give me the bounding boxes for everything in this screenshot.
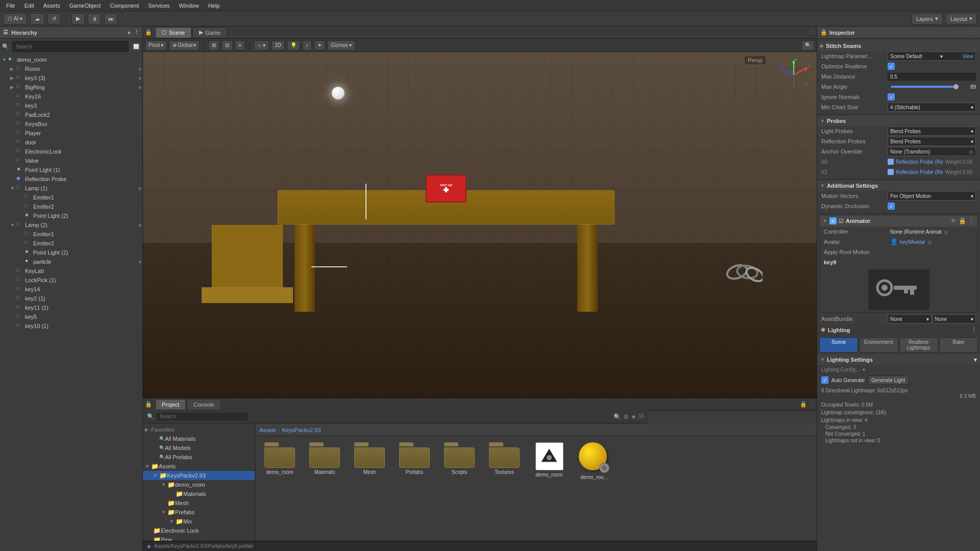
tree-materials[interactable]: 📁 Materials [143,489,255,498]
more-btn[interactable]: ⋮ [138,57,142,62]
tree-item-door[interactable]: □ door [0,138,142,147]
assets-path-part[interactable]: Assets [259,427,276,433]
lock-project-icon[interactable]: 🔒 [800,401,807,408]
tree-prefabs[interactable]: ▼ 📁 Prefabs [143,508,255,517]
step-button[interactable]: ⏭ [104,13,117,24]
asset-folder-textures[interactable]: Textures [484,440,525,482]
assetbundle-dropdown-1[interactable]: None ▾ [888,314,932,323]
dynamic-occlusion-checkbox[interactable]: ✓ [888,203,895,210]
tree-all-materials[interactable]: 🔍 All Materials [143,434,255,443]
asset-folder-prefabs[interactable]: Prefabs [394,440,435,482]
inspector-more-icon[interactable]: ⋮ [971,29,977,36]
tree-item-demo-room[interactable]: ▼ ◈ demo_room ⋮ [0,55,142,64]
ignore-normals-checkbox[interactable]: ✓ [888,93,895,101]
anchor-override-dropdown[interactable]: None (Transform) ◎ [888,147,976,156]
asset-folder-scripts[interactable]: Scripts [439,440,480,482]
tree-item-player[interactable]: □ Player [0,129,142,138]
global-button[interactable]: ⊕ Global ▾ [169,40,200,51]
more-btn[interactable]: ▶ [139,186,142,191]
more-btn[interactable]: ▶ [139,259,142,264]
tree-item-emitter2b[interactable]: □ Emitter2 [0,239,142,248]
snap-button[interactable]: ≡ [235,40,245,51]
probes-header[interactable]: ▼ Probes [817,116,980,126]
more-project-icon[interactable]: ⋮ [809,401,815,408]
menu-services[interactable]: Services [144,2,174,10]
cloud-button[interactable]: ☁ [30,13,44,24]
asset-folder-materials[interactable]: Materials [304,440,345,482]
menu-edit[interactable]: Edit [20,2,38,10]
more-btn[interactable]: ▶ [139,85,142,90]
tree-item-pointlight1[interactable]: ☀ Point Light (1) [0,165,142,174]
fx-button[interactable]: ✦ [314,40,325,51]
tree-item-bigring[interactable]: ▶ □ BigRing ▶ [0,83,142,92]
asset-folder-demoroom[interactable]: demo_room [259,440,300,482]
light-button[interactable]: 💡 [287,40,300,51]
tab-game[interactable]: ▶ Game [192,27,227,38]
tree-assets-root[interactable]: ▼ 📁 Assets [143,462,255,471]
asset-folder-mesh[interactable]: Mesh [349,440,390,482]
lighting-tab-scene[interactable]: Scene [819,337,858,353]
lighting-settings-header[interactable]: ▼ Lighting Settings ▾ [817,355,980,365]
tree-pipe[interactable]: 📁 Pipe [143,535,255,541]
grid-button[interactable]: ⊟ [222,40,233,51]
refresh-button[interactable]: ↺ [47,13,61,24]
lock-icon[interactable]: 🔒 [959,217,966,224]
layout-dropdown[interactable]: Layout ▾ [946,13,977,24]
account-button[interactable]: ⬡ AI ▾ [3,13,27,24]
tree-item-valve[interactable]: □ Valve [0,156,142,165]
animator-header[interactable]: ▼ A ☑ Animator 👁 🔒 ⋮ [820,215,977,227]
assetbundle-dropdown-2[interactable]: None ▾ [933,314,976,323]
more-btn[interactable]: ▶ [139,222,142,228]
tree-electronic-lock[interactable]: 📁 Electronic Lock [143,526,255,535]
render-mode-button[interactable]: ☼ ▾ [254,40,269,51]
2d-button[interactable]: 2D [271,40,285,51]
reflection-probes-dropdown[interactable]: Blend Probes ▾ [888,137,976,146]
tree-item-pointlight2a[interactable]: ☀ Point Light (2) [0,211,142,220]
animator-enable-checkbox[interactable]: ☑ [839,218,844,224]
tree-item-key2[interactable]: □ key2 (1) [0,294,142,303]
more-gizmos-button[interactable]: Gizmos ▾ [327,40,355,51]
lightmap-params-dropdown[interactable]: Scene Default ▾ View [888,52,976,61]
tree-mesh[interactable]: 📁 Mesh [143,498,255,508]
additional-settings-header[interactable]: ▼ Additional Settings [817,181,980,191]
tree-item-lamp2[interactable]: ▼ □ Lamp (2) ▶ [0,220,142,230]
audio-button[interactable]: ♪ [302,40,312,51]
tab-project[interactable]: Project [155,399,186,410]
tree-item-reflection-probe[interactable]: ◉ Reflection Probe [0,174,142,184]
tree-item-keylab[interactable]: □ KeyLab [0,266,142,276]
add-icon[interactable]: + [128,30,131,36]
play-button[interactable]: ▶ [71,13,85,24]
tree-all-prefabs[interactable]: 🔍 All Prefabs [143,453,255,462]
tree-item-particle[interactable]: ✦ particle ▶ [0,257,142,266]
lighting-tab-environment[interactable]: Environment [859,337,898,353]
tree-keyspack[interactable]: ▼ 📁 KeysPackv2.93 [143,471,255,480]
tab-console[interactable]: Console [187,399,220,410]
optimize-realtime-checkbox[interactable]: ✓ [888,63,895,70]
tree-item-key16[interactable]: □ Key16 [0,92,142,101]
tree-item-lockpick[interactable]: □ LockPick (1) [0,276,142,285]
transform-button[interactable]: ⊞ [208,40,219,51]
min-chart-size-dropdown[interactable]: 4 (Stitchable) ▾ [888,103,976,112]
menu-file[interactable]: File [2,2,19,10]
max-angle-slider[interactable] [891,86,958,88]
tree-item-key3b[interactable]: □ key3 [0,101,142,110]
pause-button[interactable]: ⏸ [88,13,101,24]
motion-vectors-dropdown[interactable]: Per Object Motion ▾ [888,191,976,201]
project-search-input[interactable] [156,412,248,421]
scene-viewport[interactable]: FIRST AID [143,52,817,398]
tree-item-key11[interactable]: □ key11 (1) [0,303,142,312]
tree-item-key14[interactable]: □ key14 [0,285,142,294]
menu-help[interactable]: Help [204,2,224,10]
more-btn[interactable]: ▶ [139,66,142,71]
star-icon[interactable]: ★ [631,413,636,420]
more-icon[interactable]: ⋮ [134,29,139,36]
lightmap-params-header[interactable]: ▶ Stitch Seams [817,41,980,51]
tree-item-room[interactable]: ▶ □ Room ▶ [0,64,142,73]
tab-scene[interactable]: ⬡ Scene [155,27,191,38]
tree-item-emitter1b[interactable]: □ Emitter1 [0,230,142,239]
asset-sphere-prefab[interactable]: ⚙ demo_roo... [574,440,615,482]
lock-inspector-icon[interactable]: 🔒 [820,29,827,36]
tree-all-models[interactable]: 🔍 All Models [143,443,255,453]
more-icon[interactable]: ⋮ [809,29,815,36]
search-filter-icon[interactable]: 🔍 [614,413,621,420]
